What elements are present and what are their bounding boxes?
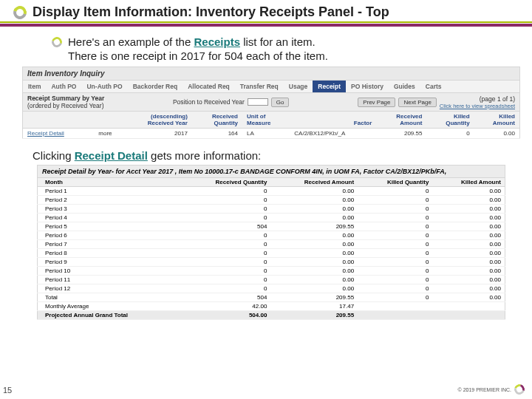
receipt-detail-link[interactable]: Receipt Detail <box>27 130 64 137</box>
tab-guides[interactable]: Guides <box>389 81 420 92</box>
inquiry-title: Item Inventory Inquiry <box>22 66 520 81</box>
table-row: Total504209.5500.00 <box>38 293 505 302</box>
column-header: Unit ofMeasure <box>242 112 290 129</box>
summary-title: Receipt Summary by Year (ordered by Rece… <box>27 95 104 109</box>
receipt-summary-table: (descending)Received YearReceivedQuantit… <box>22 112 520 139</box>
go-button[interactable]: Go <box>271 98 290 107</box>
table-row: Period 200.0000.00 <box>38 196 505 205</box>
brand-icon <box>11 3 30 21</box>
tab-auth-po[interactable]: Auth PO <box>46 81 81 92</box>
detail-title: Receipt Detail by Year- for Acct Year 20… <box>37 165 505 178</box>
column-header: Received Amount <box>270 178 358 187</box>
table-row: Monthly Average42.0017.47 <box>38 302 505 311</box>
column-header: Killed Amount <box>432 178 505 187</box>
page-title: Display Item Information: Inventory Rece… <box>33 4 389 20</box>
position-label: Position to Received Year <box>173 98 245 106</box>
column-header: Received Quantity <box>181 178 271 187</box>
column-header <box>23 112 89 129</box>
table-row: Period 1200.0000.00 <box>38 284 505 293</box>
table-row: Period 900.0000.00 <box>38 258 505 267</box>
intro-line-2: There is one receipt in 2017 for 504 eac… <box>68 50 488 62</box>
table-row: Period 1000.0000.00 <box>38 267 505 276</box>
tab-allocated-req[interactable]: Allocated Req <box>183 81 235 92</box>
footer-brand-icon <box>512 382 526 396</box>
column-header: Factor <box>290 112 376 129</box>
copyright: © 2019 PREMIER INC. <box>458 387 511 392</box>
position-input[interactable] <box>248 98 268 106</box>
table-row: Receipt Detail more 2017 164 LA CA/2/BX1… <box>23 129 520 139</box>
table-row: Projected Annual Grand Total504.00209.55 <box>38 311 505 320</box>
intro-line-1: Here's an example of the Receipts list f… <box>68 35 316 48</box>
page-number: 15 <box>3 386 12 395</box>
tab-un-auth-po[interactable]: Un-Auth PO <box>81 81 127 92</box>
table-row: Period 100.0000.00 <box>38 187 505 196</box>
mid-sentence: Clicking Receipt Detail gets more inform… <box>33 149 532 162</box>
column-header: KilledAmount <box>474 112 520 129</box>
table-row: Period 400.0000.00 <box>38 214 505 222</box>
tab-item[interactable]: Item <box>23 81 46 92</box>
page-info: (page 1 of 1) <box>440 95 515 103</box>
table-row: Period 700.0000.00 <box>38 240 505 249</box>
table-row: Period 5504209.5500.00 <box>38 222 505 231</box>
bullet-icon <box>50 35 64 49</box>
tabs-row: ItemAuth POUn-Auth POBackorder ReqAlloca… <box>22 81 520 93</box>
column-header: (descending)Received Year <box>121 112 192 129</box>
tab-usage[interactable]: Usage <box>284 81 313 92</box>
divider <box>0 21 532 33</box>
receipt-detail-table: MonthReceived QuantityReceived AmountKil… <box>37 178 505 320</box>
column-header: Month <box>38 178 181 187</box>
column-header: KilledQuantity <box>426 112 474 129</box>
spreadsheet-link[interactable]: Click here to view spreadsheet <box>440 103 515 109</box>
tab-po-history[interactable]: PO History <box>346 81 389 92</box>
column-header: ReceivedQuantity <box>192 112 242 129</box>
table-row: Period 800.0000.00 <box>38 249 505 258</box>
table-row: Period 600.0000.00 <box>38 231 505 240</box>
table-row: Period 1100.0000.00 <box>38 276 505 284</box>
next-page-button[interactable]: Next Page <box>398 98 436 107</box>
tab-transfer-req[interactable]: Transfer Req <box>235 81 284 92</box>
column-header: Killed Quantity <box>358 178 432 187</box>
tab-receipt[interactable]: Receipt <box>313 81 346 92</box>
tab-backorder-req[interactable]: Backorder Req <box>128 81 183 92</box>
column-header: ReceivedAmount <box>376 112 426 129</box>
prev-page-button[interactable]: Prev Page <box>358 98 395 107</box>
tab-carts[interactable]: Carts <box>420 81 447 92</box>
table-row: Period 300.0000.00 <box>38 205 505 214</box>
